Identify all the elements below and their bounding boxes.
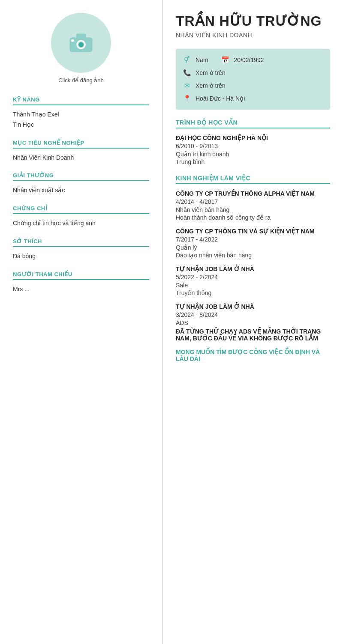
work-title: KINH NGHIỆM LÀM VIỆC bbox=[176, 175, 330, 184]
work-desc-1: Hoàn thành doanh số công ty đề ra bbox=[176, 214, 330, 221]
certificates-section: CHỨNG CHỈ Chứng chỉ tin học và tiếng anh bbox=[13, 205, 149, 229]
references-content: Mrs ... bbox=[13, 284, 149, 295]
work-item-2: CÔNG TY CP THÔNG TIN VÀ SỰ KIỆN VIỆT NAM… bbox=[176, 228, 330, 259]
skills-title: KỸ NĂNG bbox=[13, 96, 149, 105]
work-date-3: 5/2022 - 2/2024 bbox=[176, 274, 330, 280]
email-row: ✉ Xem ở trên bbox=[183, 81, 323, 90]
work-company-2: CÔNG TY CP THÔNG TIN VÀ SỰ KIỆN VIỆT NAM bbox=[176, 228, 330, 235]
phone-value: Xem ở trên bbox=[196, 69, 226, 76]
hobbies-title: SỞ THÍCH bbox=[13, 238, 149, 247]
award-item: Nhân viên xuất sắc bbox=[13, 185, 149, 196]
work-item-3: TỰ NHẬN JOB LÀM Ở NHÀ 5/2022 - 2/2024 Sa… bbox=[176, 265, 330, 296]
work-desc-bold-4: ĐÃ TỪNG THỬ CHẠY ADS VỀ MẢNG THỜI TRANG … bbox=[176, 328, 330, 342]
email-icon: ✉ bbox=[183, 81, 191, 90]
photo-label: Click để đăng ảnh bbox=[58, 77, 104, 83]
gender-value: Nam bbox=[196, 57, 208, 63]
certificates-title: CHỨNG CHỈ bbox=[13, 205, 149, 214]
hobbies-section: SỞ THÍCH Đá bóng bbox=[13, 238, 149, 262]
skills-section: KỸ NĂNG Thành Thạo Exel Tin Học bbox=[13, 96, 149, 130]
work-desc-2: Đào tạo nhân viên bán hàng bbox=[176, 252, 330, 259]
work-item-1: CÔNG TY CP TRUYỀN THÔNG ALPHA VIỆT NAM 4… bbox=[176, 190, 330, 221]
certificate-item: Chứng chỉ tin học và tiếng anh bbox=[13, 218, 149, 229]
candidate-name: TRẦN HỮU TRƯỜNG bbox=[176, 13, 330, 29]
info-box: ⚥ Nam 📅 20/02/1992 📞 Xem ở trên ✉ Xem ở … bbox=[176, 49, 330, 110]
photo-area: Click để đăng ảnh bbox=[13, 13, 149, 83]
email-value: Xem ở trên bbox=[196, 82, 226, 89]
reference-item: Mrs ... bbox=[13, 284, 149, 295]
work-position-3: Sale bbox=[176, 282, 330, 289]
certificates-content: Chứng chỉ tin học và tiếng anh bbox=[13, 218, 149, 229]
dob-item: 📅 20/02/1992 bbox=[221, 56, 264, 64]
location-icon: 📍 bbox=[183, 94, 191, 103]
work-section: KINH NGHIỆM LÀM VIỆC CÔNG TY CP TRUYỀN T… bbox=[176, 175, 330, 362]
skill-item: Tin Học bbox=[13, 120, 149, 130]
work-company-4: TỰ NHẬN JOB LÀM Ở NHÀ bbox=[176, 303, 330, 310]
work-company-3: TỰ NHẬN JOB LÀM Ở NHÀ bbox=[176, 265, 330, 272]
awards-section: GIẢI THƯỞNG Nhân viên xuất sắc bbox=[13, 172, 149, 196]
calendar-icon: 📅 bbox=[221, 56, 230, 64]
edu-item: ĐẠI HỌC CÔNG NGHIỆP HÀ NỘI 6/2010 - 9/20… bbox=[176, 134, 330, 165]
education-title: TRÌNH ĐỘ HỌC VẤN bbox=[176, 119, 330, 128]
edu-date: 6/2010 - 9/2013 bbox=[176, 143, 330, 149]
work-company-1: CÔNG TY CP TRUYỀN THÔNG ALPHA VIỆT NAM bbox=[176, 190, 330, 197]
skill-item: Thành Thạo Exel bbox=[13, 110, 149, 120]
highlight-text: MONG MUỐN TÌM ĐƯỢC CÔNG VIỆC ỔN ĐỊNH VÀ … bbox=[176, 349, 330, 362]
phone-icon: 📞 bbox=[183, 69, 191, 77]
address-value: Hoài Đức - Hà Nội bbox=[196, 95, 245, 102]
edu-major: Quản trị kinh doanh bbox=[176, 151, 330, 158]
left-panel: Click để đăng ảnh KỸ NĂNG Thành Thạo Exe… bbox=[0, 0, 163, 644]
career-goal-content: Nhân Viên Kinh Doanh bbox=[13, 153, 149, 163]
hobbies-content: Đá bóng bbox=[13, 251, 149, 262]
education-section: TRÌNH ĐỘ HỌC VẤN ĐẠI HỌC CÔNG NGHIỆP HÀ … bbox=[176, 119, 330, 165]
work-position-1: Nhân viên bán hàng bbox=[176, 206, 330, 213]
awards-content: Nhân viên xuất sắc bbox=[13, 185, 149, 196]
gender-dob-row: ⚥ Nam 📅 20/02/1992 bbox=[183, 56, 323, 64]
phone-row: 📞 Xem ở trên bbox=[183, 69, 323, 77]
gender-icon: ⚥ bbox=[183, 56, 191, 64]
name-block: TRẦN HỮU TRƯỜNG NHÂN VIÊN KINH DOANH bbox=[176, 13, 330, 39]
work-item-4: TỰ NHẬN JOB LÀM Ở NHÀ 3/2024 - 8/2024 AD… bbox=[176, 303, 330, 342]
career-goal-title: MỤC TIÊU NGHỀ NGHIỆP bbox=[13, 140, 149, 149]
awards-title: GIẢI THƯỞNG bbox=[13, 172, 149, 181]
svg-point-3 bbox=[78, 42, 84, 47]
svg-rect-4 bbox=[71, 39, 74, 42]
edu-grade: Trung bình bbox=[176, 158, 330, 165]
photo-upload-button[interactable] bbox=[51, 13, 111, 73]
dob-value: 20/02/1992 bbox=[234, 57, 264, 63]
candidate-title: NHÂN VIÊN KINH DOANH bbox=[176, 32, 330, 39]
work-position-4: ADS bbox=[176, 319, 330, 326]
right-panel: TRẦN HỮU TRƯỜNG NHÂN VIÊN KINH DOANH ⚥ N… bbox=[163, 0, 343, 644]
references-title: NGƯỜI THAM CHIẾU bbox=[13, 271, 149, 280]
work-date-2: 7/2017 - 4/2022 bbox=[176, 236, 330, 243]
gender-item: ⚥ Nam bbox=[183, 56, 208, 64]
work-date-1: 4/2014 - 4/2017 bbox=[176, 198, 330, 205]
work-date-4: 3/2024 - 8/2024 bbox=[176, 311, 330, 318]
edu-name: ĐẠI HỌC CÔNG NGHIỆP HÀ NỘI bbox=[176, 134, 330, 141]
career-goal-section: MỤC TIÊU NGHỀ NGHIỆP Nhân Viên Kinh Doan… bbox=[13, 140, 149, 163]
skills-content: Thành Thạo Exel Tin Học bbox=[13, 110, 149, 130]
work-position-2: Quản lý bbox=[176, 244, 330, 251]
address-row: 📍 Hoài Đức - Hà Nội bbox=[183, 94, 323, 103]
references-section: NGƯỜI THAM CHIẾU Mrs ... bbox=[13, 271, 149, 295]
svg-rect-1 bbox=[76, 34, 86, 38]
work-desc-3: Truyền thông bbox=[176, 289, 330, 296]
hobby-item: Đá bóng bbox=[13, 251, 149, 262]
